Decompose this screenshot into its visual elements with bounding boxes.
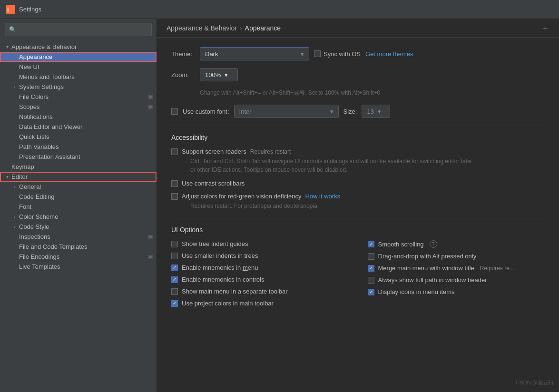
contrast-scrollbars-label-row: Use contrast scrollbars xyxy=(171,180,545,187)
sidebar-item-keymap[interactable]: Keymap xyxy=(0,162,157,172)
tree-indent-guides-checkbox[interactable] xyxy=(171,241,178,247)
display-icons-label: Display icons in menu items xyxy=(378,288,455,295)
sidebar-item-menus-toolbars[interactable]: Menus and Toolbars xyxy=(0,72,157,82)
drag-drop-alt-label: Drag-and-drop with Alt pressed only xyxy=(378,253,477,260)
zoom-dropdown[interactable]: 100% ▾ xyxy=(200,68,238,81)
sidebar-item-font[interactable]: Font xyxy=(0,202,157,212)
sidebar-item-code-editing[interactable]: Code Editing xyxy=(0,192,157,202)
display-icons-checkbox[interactable] xyxy=(368,289,374,295)
get-more-themes-link[interactable]: Get more themes xyxy=(365,50,413,58)
theme-dropdown[interactable]: Dark ▾ xyxy=(200,47,309,60)
mnemonics-controls-label: Enable mnemonics in controls xyxy=(182,276,264,283)
custom-font-checkbox[interactable] xyxy=(171,108,178,115)
sidebar: 🔍 Appearance & Behavior Appearance New U… xyxy=(0,19,157,392)
screen-readers-item: Support screen readers Requires restart … xyxy=(171,148,545,174)
sidebar-item-system-settings[interactable]: System Settings xyxy=(0,82,157,92)
back-button[interactable]: ← xyxy=(542,24,549,32)
search-input[interactable] xyxy=(19,26,147,33)
mnemonics-controls-checkbox[interactable] xyxy=(171,276,178,283)
contrast-scrollbars-checkbox[interactable] xyxy=(171,180,178,187)
sidebar-item-code-style[interactable]: Code Style xyxy=(0,222,157,232)
sidebar-label-new-ui: New UI xyxy=(19,63,157,70)
zoom-hint: Change with Alt+Shift+= or Alt+Shift+减号.… xyxy=(200,89,545,97)
zoom-row: Zoom: 100% ▾ xyxy=(171,68,545,81)
sidebar-item-presentation-assistant[interactable]: Presentation Assistant xyxy=(0,152,157,162)
sidebar-item-appearance-behavior[interactable]: Appearance & Behavior xyxy=(0,42,157,52)
sidebar-label-editor: Editor xyxy=(11,173,157,180)
sidebar-item-inspections[interactable]: Inspections ▣ xyxy=(0,232,157,242)
sidebar-item-general[interactable]: General xyxy=(0,182,157,192)
chevron-appearance-behavior xyxy=(4,44,10,50)
merge-main-menu-checkbox[interactable] xyxy=(368,265,374,272)
drag-drop-alt-checkbox[interactable] xyxy=(368,253,374,260)
main-menu-toolbar-checkbox[interactable] xyxy=(171,288,178,295)
contrast-scrollbars-item: Use contrast scrollbars xyxy=(171,180,545,187)
divider-accessibility xyxy=(171,126,545,126)
full-path-header-label: Always show full path in window header xyxy=(378,276,487,284)
project-colors-toolbar-checkbox[interactable] xyxy=(171,300,178,307)
app-icon: I xyxy=(6,5,15,14)
sidebar-item-data-editor-viewer[interactable]: Data Editor and Viewer xyxy=(0,122,157,132)
ui-options-right: Smooth scrolling ? Drag-and-drop with Al… xyxy=(368,240,545,312)
smooth-scrolling-help-icon[interactable]: ? xyxy=(430,240,437,248)
chevron-color-scheme xyxy=(11,214,18,220)
chevron-general xyxy=(11,184,18,190)
size-dropdown[interactable]: 13 ▾ xyxy=(362,105,390,118)
sidebar-item-color-scheme[interactable]: Color Scheme xyxy=(0,212,157,222)
sidebar-item-live-templates[interactable]: Live Templates xyxy=(0,262,157,272)
inspections-icon: ▣ xyxy=(148,234,153,240)
content-header: Appearance & Behavior › Appearance ← xyxy=(157,19,559,38)
mnemonics-menu-checkbox[interactable] xyxy=(171,265,178,271)
sidebar-label-color-scheme: Color Scheme xyxy=(19,213,157,220)
sidebar-item-quick-lists[interactable]: Quick Lists xyxy=(0,132,157,142)
sidebar-label-quick-lists: Quick Lists xyxy=(19,133,157,140)
theme-label: Theme: xyxy=(171,50,195,58)
watermark: CSDN @基云归 xyxy=(516,379,553,386)
mnemonics-menu-label: Enable mnemonics in menu xyxy=(182,264,258,271)
sync-with-os-checkbox[interactable] xyxy=(314,50,321,57)
sync-with-os-label: Sync with OS xyxy=(324,50,361,58)
screen-readers-checkbox[interactable] xyxy=(171,148,178,155)
custom-font-row: Use custom font: Inter ▾ Size: 13 ▾ xyxy=(171,105,545,118)
screen-readers-label: Support screen readers xyxy=(182,148,246,155)
sidebar-item-file-encodings[interactable]: File Encodings ▣ xyxy=(0,252,157,262)
red-green-checkbox[interactable] xyxy=(171,193,178,200)
ui-option-full-path-header: Always show full path in window header xyxy=(368,276,545,284)
sidebar-item-editor[interactable]: Editor xyxy=(0,172,157,182)
smaller-indents-checkbox[interactable] xyxy=(171,253,178,259)
sidebar-label-path-variables: Path Variables xyxy=(19,143,157,150)
sidebar-item-new-ui[interactable]: New UI xyxy=(0,62,157,72)
sidebar-label-general: General xyxy=(19,183,157,190)
ui-option-smooth-scrolling: Smooth scrolling ? xyxy=(368,240,545,248)
sidebar-item-notifications[interactable]: Notifications xyxy=(0,112,157,122)
sidebar-item-file-code-templates[interactable]: File and Code Templates xyxy=(0,242,157,252)
main-menu-toolbar-label: Show main menu in a separate toolbar xyxy=(182,288,288,295)
ui-option-project-colors-toolbar: Use project colors in main toolbar xyxy=(171,300,349,307)
content-panel: Appearance & Behavior › Appearance ← The… xyxy=(157,19,559,392)
sidebar-item-scopes[interactable]: Scopes ▣ xyxy=(0,102,157,112)
red-green-desc: Requires restart. For protanopia and deu… xyxy=(190,202,476,210)
ui-options-grid: Show tree indent guides Use smaller inde… xyxy=(171,240,545,312)
how-it-works-link[interactable]: How it works xyxy=(305,193,340,200)
smooth-scrolling-checkbox[interactable] xyxy=(368,241,374,247)
sidebar-label-file-encodings: File Encodings xyxy=(19,253,148,260)
sidebar-item-path-variables[interactable]: Path Variables xyxy=(0,142,157,152)
sidebar-item-file-colors[interactable]: File Colors ▣ xyxy=(0,92,157,102)
title-bar: I Settings xyxy=(0,0,559,19)
full-path-header-checkbox[interactable] xyxy=(368,277,374,284)
sidebar-label-menus-toolbars: Menus and Toolbars xyxy=(19,73,157,80)
breadcrumb-separator: › xyxy=(240,24,242,32)
font-dropdown[interactable]: Inter ▾ xyxy=(234,105,339,118)
theme-row: Theme: Dark ▾ Sync with OS Get more them… xyxy=(171,47,545,60)
svg-text:I: I xyxy=(7,6,9,13)
zoom-arrow: ▾ xyxy=(225,71,228,78)
sidebar-item-appearance[interactable]: Appearance xyxy=(0,52,157,62)
search-box[interactable]: 🔍 xyxy=(5,23,152,36)
size-label: Size: xyxy=(343,108,357,115)
sidebar-label-data-editor-viewer: Data Editor and Viewer xyxy=(19,123,157,130)
search-icon: 🔍 xyxy=(9,26,16,33)
divider-ui-options xyxy=(171,218,545,218)
zoom-label: Zoom: xyxy=(171,71,195,78)
ui-option-main-menu-toolbar: Show main menu in a separate toolbar xyxy=(171,288,349,295)
sidebar-label-keymap: Keymap xyxy=(11,163,157,170)
